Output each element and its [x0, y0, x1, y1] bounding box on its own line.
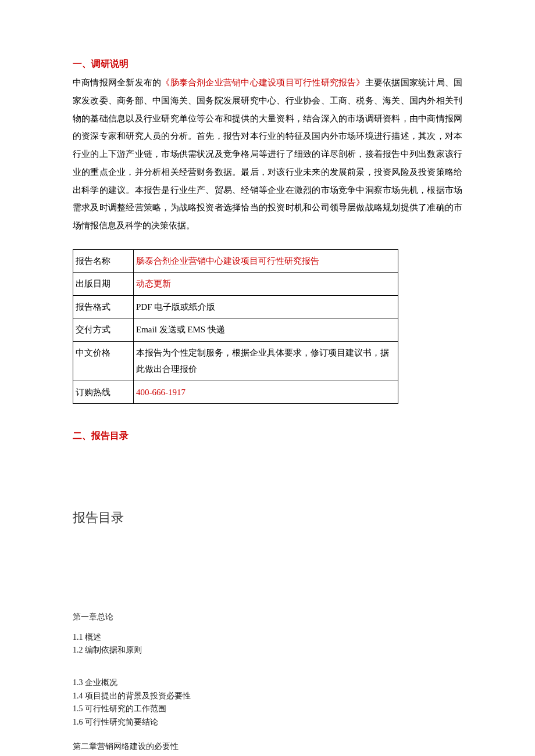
- toc-item: 1.3 企业概况: [73, 676, 462, 689]
- table-row: 报告格式 PDF 电子版或纸介版: [73, 295, 398, 318]
- table-row: 中文价格 本报告为个性定制服务，根据企业具体要求，修订项目建议书，据此做出合理报…: [73, 341, 398, 381]
- table-row: 订购热线 400-666-1917: [73, 381, 398, 404]
- table-value: Email 发送或 EMS 快递: [134, 318, 398, 342]
- report-info-table: 报告名称 肠泰合剂企业营销中心建设项目可行性研究报告 出版日期 动态更新 报告格…: [73, 249, 398, 404]
- paragraph-red-title: 《肠泰合剂企业营销中心建设项目可行性研究报告》: [161, 78, 365, 87]
- report-toc-title: 报告目录: [73, 509, 462, 526]
- table-row: 报告名称 肠泰合剂企业营销中心建设项目可行性研究报告: [73, 249, 398, 273]
- toc-item: 1.5 可行性研究的工作范围: [73, 703, 462, 715]
- table-value: 肠泰合剂企业营销中心建设项目可行性研究报告: [134, 249, 398, 273]
- toc-item: 1.6 可行性研究简要结论: [73, 716, 462, 729]
- toc-item: 1.2 编制依据和原则: [73, 644, 462, 657]
- table-label: 报告格式: [73, 295, 134, 318]
- table-value: 400-666-1917: [134, 381, 398, 404]
- section1-paragraph: 中商情报网全新发布的《肠泰合剂企业营销中心建设项目可行性研究报告》主要依据国家统…: [73, 74, 462, 235]
- toc-chapter-1-group1: 1.1 概述 1.2 编制依据和原则: [73, 631, 462, 657]
- paragraph-post: 主要依据国家统计局、国家发改委、商务部、中国海关、国务院发展研究中心、行业协会、…: [73, 78, 462, 230]
- table-label: 中文价格: [73, 341, 134, 381]
- table-value: PDF 电子版或纸介版: [134, 295, 398, 318]
- toc-chapter-1-group2: 1.3 企业概况 1.4 项目提出的背景及投资必要性 1.5 可行性研究的工作范…: [73, 676, 462, 729]
- table-label: 订购热线: [73, 381, 134, 404]
- toc-item: 1.4 项目提出的背景及投资必要性: [73, 690, 462, 703]
- table-label: 交付方式: [73, 318, 134, 342]
- section1-heading: 一、调研说明: [73, 58, 462, 70]
- table-label: 出版日期: [73, 273, 134, 296]
- toc-chapter-2-title: 第二章营销网络建设的必要性: [73, 740, 462, 753]
- toc-block: 第一章总论 1.1 概述 1.2 编制依据和原则 1.3 企业概况 1.4 项目…: [73, 611, 462, 756]
- table-value: 动态更新: [134, 273, 398, 296]
- table-value: 本报告为个性定制服务，根据企业具体要求，修订项目建议书，据此做出合理报价: [134, 341, 398, 381]
- toc-chapter-1-title: 第一章总论: [73, 611, 462, 624]
- toc-item: 1.1 概述: [73, 631, 462, 644]
- table-label: 报告名称: [73, 249, 134, 273]
- section2-heading: 二、报告目录: [73, 430, 462, 442]
- table-row: 交付方式 Email 发送或 EMS 快递: [73, 318, 398, 342]
- table-row: 出版日期 动态更新: [73, 273, 398, 296]
- paragraph-pre: 中商情报网全新发布的: [73, 78, 161, 87]
